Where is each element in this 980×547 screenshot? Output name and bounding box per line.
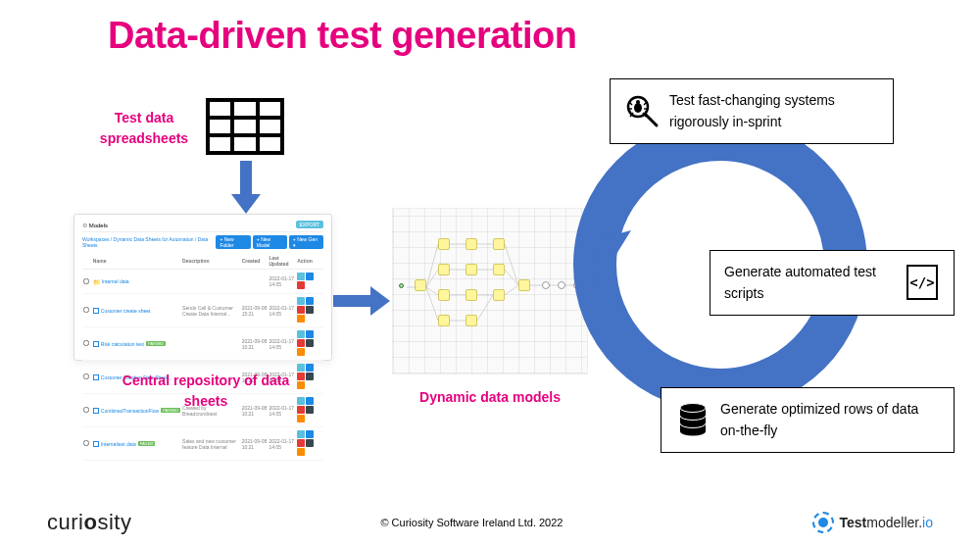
- breadcrumb[interactable]: Workspaces / Dynamic Data Sheets for Aut…: [82, 236, 216, 248]
- spreadsheets-label: Test data spreadsheets: [90, 108, 198, 149]
- action-icon[interactable]: [297, 348, 305, 356]
- row-checkbox[interactable]: [83, 278, 89, 284]
- export-button[interactable]: EXPORT: [296, 221, 323, 228]
- action-icon[interactable]: [297, 297, 305, 305]
- copyright: © Curiosity Software Ireland Ltd. 2022: [380, 517, 563, 528]
- svg-point-11: [636, 100, 640, 104]
- new-folder-button[interactable]: + New Folder: [216, 235, 250, 249]
- action-icon[interactable]: [297, 281, 305, 289]
- info-box-text: Test fast-changing systems rigorously in…: [669, 89, 879, 133]
- row-checkbox[interactable]: [83, 307, 89, 313]
- action-icon[interactable]: [306, 273, 314, 280]
- svg-point-10: [634, 103, 642, 113]
- svg-marker-1: [231, 194, 261, 214]
- new-model-button[interactable]: + New Model: [253, 235, 287, 249]
- action-icon[interactable]: [297, 273, 305, 280]
- testmodeller-logo: Testmodeller.io: [812, 512, 933, 533]
- action-icon[interactable]: [297, 381, 305, 389]
- info-box-scripts: Generate automated test scripts </>: [710, 250, 955, 316]
- svg-rect-0: [240, 161, 252, 194]
- database-icon: [675, 402, 710, 437]
- footer: curiosity © Curiosity Software Ireland L…: [0, 510, 980, 535]
- slide-title: Data-driven test generation: [108, 15, 577, 57]
- models-table: Name Description Created Last Updated Ac…: [82, 253, 323, 461]
- action-icon[interactable]: [306, 339, 314, 347]
- svg-marker-3: [370, 286, 390, 316]
- action-icon[interactable]: [297, 406, 305, 414]
- action-icon[interactable]: [297, 415, 305, 423]
- action-icon[interactable]: [297, 364, 305, 372]
- action-icon[interactable]: [306, 306, 314, 314]
- action-icon[interactable]: [297, 330, 305, 338]
- row-checkbox[interactable]: [83, 440, 89, 446]
- action-icon[interactable]: [306, 430, 314, 438]
- repository-label: Central repository of data sheets: [118, 371, 294, 412]
- action-icon[interactable]: [297, 315, 305, 323]
- table-row[interactable]: 📁 Internal data2022-01-17 14:05: [82, 270, 323, 294]
- action-icon[interactable]: [306, 406, 314, 414]
- action-icon[interactable]: [297, 373, 305, 380]
- row-checkbox[interactable]: [83, 340, 89, 346]
- spreadsheet-grid-icon: [206, 98, 284, 157]
- models-panel: ⚙ Models EXPORT Workspaces / Dynamic Dat…: [74, 214, 332, 361]
- arrow-right-icon: [333, 286, 392, 316]
- action-icon[interactable]: [297, 397, 305, 405]
- action-icon[interactable]: [306, 297, 314, 305]
- action-icon[interactable]: [306, 364, 314, 372]
- info-box-optimized-data: Generate optimized rows of data on-the-f…: [661, 387, 955, 453]
- action-icon[interactable]: [297, 439, 305, 447]
- dynamic-models-label: Dynamic data models: [412, 387, 568, 408]
- table-row[interactable]: Customer create sheetSends Call & Custom…: [82, 294, 323, 327]
- info-box-text: Generate automated test scripts: [724, 261, 895, 305]
- table-row[interactable]: Risk calculation test PASSED2021-09-08 1…: [82, 327, 323, 361]
- code-file-icon: </>: [905, 265, 940, 300]
- action-icon[interactable]: [297, 306, 305, 314]
- curiosity-logo: curiosity: [47, 510, 131, 535]
- svg-line-9: [646, 115, 657, 125]
- arrow-down-icon: [231, 161, 261, 216]
- magnify-bug-icon: [624, 93, 660, 128]
- action-icon[interactable]: [306, 330, 314, 338]
- action-icon[interactable]: [306, 439, 314, 447]
- action-icon[interactable]: [306, 373, 314, 380]
- action-icon[interactable]: [297, 430, 305, 438]
- info-box-test-fast: Test fast-changing systems rigorously in…: [610, 78, 894, 144]
- row-checkbox[interactable]: [83, 407, 89, 413]
- action-icon[interactable]: [297, 339, 305, 347]
- models-panel-title: ⚙ Models: [82, 222, 108, 228]
- action-icon[interactable]: [297, 448, 305, 456]
- row-checkbox[interactable]: [83, 373, 89, 379]
- svg-rect-2: [333, 295, 370, 307]
- info-box-text: Generate optimized rows of data on-the-f…: [720, 398, 940, 442]
- table-row[interactable]: Internaltest data FAILEDSales and new cu…: [82, 427, 323, 461]
- new-gen-button[interactable]: + New Gen ▾: [289, 235, 323, 249]
- action-icon[interactable]: [306, 397, 314, 405]
